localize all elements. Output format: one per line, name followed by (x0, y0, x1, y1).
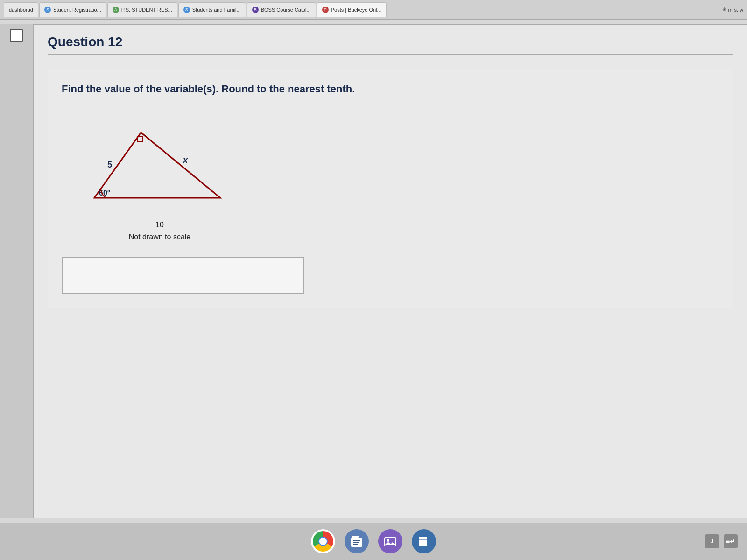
tab-dashboard[interactable]: dashborad (4, 2, 38, 17)
svg-rect-12 (353, 544, 358, 545)
sidebar (0, 24, 33, 518)
tab-student-reg-label: Student Registratio... (53, 7, 101, 13)
taskbar-mini-icon-1[interactable]: J (705, 534, 719, 548)
chrome-icon[interactable] (311, 529, 335, 553)
diagram-container: 5 x 60° 10 Not drawn to scale (80, 114, 239, 243)
svg-point-14 (387, 539, 389, 542)
tab-ps-student-icon: A (113, 7, 119, 13)
svg-rect-11 (353, 542, 359, 543)
svg-marker-0 (94, 133, 220, 198)
svg-rect-18 (423, 539, 427, 540)
taskbar: J ≡↵ (0, 523, 747, 560)
user-indicator: ✳ mrs. w (722, 7, 743, 13)
svg-text:5: 5 (107, 160, 112, 169)
user-name: mrs. w (728, 7, 743, 13)
tab-students-fam[interactable]: S Students and Famil... (178, 2, 246, 17)
tab-ps-student[interactable]: A P.S. STUDENT RES... (107, 2, 177, 17)
books-icon[interactable] (412, 529, 436, 553)
taskbar-mini-icon-2[interactable]: ≡↵ (724, 534, 738, 548)
tab-ps-student-label: P.S. STUDENT RES... (121, 7, 172, 13)
main-area: Question 12 Find the value of the variab… (0, 20, 747, 523)
triangle-svg: 5 x 60° (80, 114, 230, 217)
settings-star-icon: ✳ (722, 7, 726, 13)
tab-posts-buckeye[interactable]: P Posts | Buckeye Onl... (317, 2, 387, 17)
files-icon[interactable] (345, 529, 369, 553)
sidebar-checkbox[interactable] (10, 29, 23, 42)
svg-rect-17 (419, 539, 423, 540)
svg-point-7 (319, 538, 327, 545)
tab-boss-course-icon: B (252, 7, 259, 13)
question-content: Find the value of the variable(s). Round… (48, 69, 733, 308)
content-panel: Question 12 Find the value of the variab… (33, 24, 747, 518)
svg-text:x: x (183, 155, 188, 165)
gallery-icon[interactable] (378, 529, 402, 553)
tab-boss-course-label: BOSS Course Catal... (261, 7, 311, 13)
page-title: Question 12 (48, 35, 733, 55)
tab-student-reg-icon: S (44, 7, 51, 13)
diagram-labels: 10 Not drawn to scale (80, 219, 239, 243)
svg-rect-16 (423, 537, 427, 546)
svg-rect-15 (419, 537, 423, 546)
scale-note: Not drawn to scale (80, 231, 239, 243)
tab-students-fam-icon: S (183, 7, 190, 13)
taskbar-right: J ≡↵ (705, 534, 738, 548)
tab-posts-buckeye-icon: P (322, 7, 329, 13)
tab-students-fam-label: Students and Famil... (192, 7, 241, 13)
tab-boss-course[interactable]: B BOSS Course Catal... (247, 2, 316, 17)
svg-rect-8 (352, 536, 359, 538)
tab-student-reg[interactable]: S Student Registratio... (39, 2, 106, 17)
svg-rect-10 (353, 540, 360, 541)
question-text: Find the value of the variable(s). Round… (62, 83, 719, 95)
tab-bar: dashborad S Student Registratio... A P.S… (0, 0, 747, 20)
base-label: 10 (80, 219, 239, 231)
tab-dashboard-label: dashborad (9, 7, 33, 13)
tab-posts-buckeye-label: Posts | Buckeye Onl... (331, 7, 381, 13)
answer-input-box[interactable] (62, 257, 304, 294)
